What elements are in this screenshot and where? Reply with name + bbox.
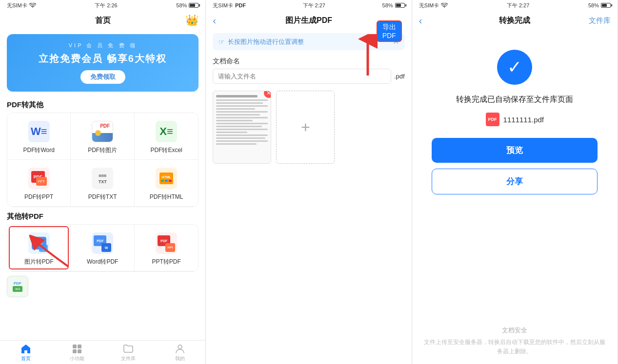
tool-word-pdf[interactable]: PDF W Word转PDF <box>71 225 134 271</box>
doc-line <box>216 99 268 101</box>
tab-profile-label: 我的 <box>175 355 185 362</box>
tool-pdf-html[interactable]: HTML PDF转HTML <box>135 160 198 207</box>
nav-title-1: 首页 <box>95 16 111 26</box>
tool-label-pdf-txt: PDF转TXT <box>88 193 117 201</box>
tool-pdf-ppt[interactable]: PDF PPT PDF转PPT <box>7 160 71 207</box>
file-name: 1111111.pdf <box>503 115 544 124</box>
tool-pdf-image[interactable]: PDF PDF转图片 <box>71 113 134 160</box>
battery-fill-3 <box>602 4 607 7</box>
security-section: 文档安全 文件上传至安全服务器，转换后自动下载至您的软件中，然后立刻从服务器上删… <box>412 318 618 364</box>
tab-bar-1: 首页 小功能 文件库 我的 <box>0 340 205 364</box>
doc-line <box>216 108 255 110</box>
success-area: ✓ 转换完成已自动保存至文件库页面 PDF 1111111.pdf 预览 分享 <box>412 30 618 210</box>
nav-bar-1: 首页 👑 <box>0 11 205 30</box>
status-left-3: 无SIM卡 <box>419 2 448 9</box>
success-circle: ✓ <box>497 50 532 85</box>
doc-line <box>216 111 268 113</box>
doc-line <box>216 102 262 104</box>
extra-tools-row: PDF XLS <box>0 272 205 297</box>
status-left-1: 无SIM卡 <box>7 2 36 9</box>
txt-icon: ≡≡≡ TXT <box>91 167 114 190</box>
ppt-icon: PDF PPT <box>27 167 51 190</box>
time-3: 下午 2:27 <box>507 2 529 9</box>
image-thumb-1[interactable]: ✕ <box>213 91 271 164</box>
ppt2pdf-icon: PDF PPT <box>155 231 178 255</box>
hint-icon: ☞ <box>219 38 225 46</box>
red-arrow-1 <box>29 235 78 269</box>
doc-line <box>216 120 252 121</box>
person-icon <box>175 344 185 354</box>
svg-rect-2 <box>73 349 77 353</box>
time-2: 下午 2:27 <box>303 2 325 9</box>
tool-pdf-txt[interactable]: ≡≡≡ TXT PDF转TXT <box>71 160 134 207</box>
free-claim-button[interactable]: 免费领取 <box>80 70 125 84</box>
battery-pct-1: 58% <box>176 2 187 8</box>
tool-label-pdf-ppt: PDF转PPT <box>24 193 53 201</box>
crown-icon[interactable]: 👑 <box>185 14 199 27</box>
excel-icon: X≡ <box>155 120 178 143</box>
success-message: 转换完成已自动保存至文件库页面 <box>456 95 573 105</box>
image-icon: PDF <box>91 120 114 143</box>
tool-label-ppt-pdf: PPT转PDF <box>152 258 180 266</box>
screen3: 无SIM卡 下午 2:27 58% ‹ 转换完成 文件库 ✓ 转换完成已自动保存… <box>412 0 618 364</box>
red-arrow-2 <box>353 34 382 78</box>
doc-line <box>216 129 268 130</box>
doc-content <box>213 91 271 149</box>
tool-label-pdf-word: PDF转Word <box>23 146 54 154</box>
wifi-icon-1 <box>29 3 36 8</box>
nav-title-3: 转换完成 <box>499 16 530 26</box>
tool-ppt-pdf[interactable]: PDF PPT PPT转PDF <box>135 225 198 271</box>
tab-home-label: 首页 <box>21 355 31 362</box>
security-desc: 文件上传至安全服务器，转换后自动下载至您的软件中，然后立刻从服务器上删除。 <box>422 338 608 356</box>
battery-icon-2 <box>395 3 405 8</box>
vip-banner[interactable]: VIP 会 员 免 费 领 立抢免费会员 畅享6大特权 免费领取 <box>7 34 199 92</box>
home-icon <box>20 344 31 354</box>
doc-line <box>216 117 268 118</box>
doc-line <box>216 114 260 115</box>
screen2: 无SIM卡 PDF 下午 2:27 58% ‹ 图片生成PDF 导出PDF ☞ … <box>206 0 412 364</box>
pdf-icon-label: PDF <box>488 117 497 122</box>
svg-point-4 <box>178 345 182 349</box>
pdf-file-icon: PDF <box>486 113 499 126</box>
file-info-row: PDF 1111111.pdf <box>486 113 544 126</box>
tool-label-pdf-excel: PDF转Excel <box>150 146 182 154</box>
image-grid: ✕ + <box>206 86 411 169</box>
battery-icon-3 <box>601 3 611 8</box>
doc-name-ext: .pdf <box>394 73 405 80</box>
status-bar-2: 无SIM卡 PDF 下午 2:27 58% <box>206 0 411 11</box>
pdf-tools-grid: W≡ PDF转Word PDF PDF转图片 X≡ PDF转 <box>7 113 199 207</box>
nav-title-2: 图片生成PDF <box>285 16 332 26</box>
doc-line <box>216 143 257 145</box>
tab-tools[interactable]: 小功能 <box>51 344 102 362</box>
doc-line <box>216 105 268 107</box>
tab-profile[interactable]: 我的 <box>154 344 205 362</box>
tab-tools-label: 小功能 <box>70 355 84 362</box>
preview-button[interactable]: 预览 <box>432 138 598 163</box>
section-pdf-other: PDF转其他 <box>0 96 205 113</box>
carrier-3: 无SIM卡 <box>419 2 439 9</box>
back-button-3[interactable]: ‹ <box>419 15 422 26</box>
svg-rect-3 <box>78 349 81 353</box>
tab-library-label: 文件库 <box>121 355 136 362</box>
back-button-2[interactable]: ‹ <box>213 15 216 26</box>
battery-icon-1 <box>189 3 199 8</box>
extra-icon: PDF XLS <box>7 276 28 297</box>
tab-home[interactable]: 首页 <box>0 344 51 362</box>
tool-label-pdf-image: PDF转图片 <box>88 146 117 154</box>
battery-pct-3: 58% <box>588 2 599 8</box>
screen1: 无SIM卡 下午 2:26 58% 首页 👑 VIP 会 员 免 费 领 立抢免… <box>0 0 206 364</box>
status-left-2: 无SIM卡 PDF <box>213 2 246 9</box>
nav-bar-3: ‹ 转换完成 文件库 <box>412 11 618 30</box>
word2pdf-icon: PDF W <box>91 231 114 255</box>
carrier-1: 无SIM卡 <box>7 2 27 9</box>
image-add-button[interactable]: + <box>276 91 335 164</box>
html-icon: HTML <box>155 167 178 190</box>
tool-pdf-word[interactable]: W≡ PDF转Word <box>7 113 71 160</box>
tab-library[interactable]: 文件库 <box>103 344 154 362</box>
doc-line <box>216 123 268 124</box>
file-library-link[interactable]: 文件库 <box>589 16 611 25</box>
tool-pdf-excel[interactable]: X≡ PDF转Excel <box>135 113 198 160</box>
share-button[interactable]: 分享 <box>432 169 598 194</box>
security-title: 文档安全 <box>422 326 608 335</box>
time-1: 下午 2:26 <box>95 2 117 9</box>
